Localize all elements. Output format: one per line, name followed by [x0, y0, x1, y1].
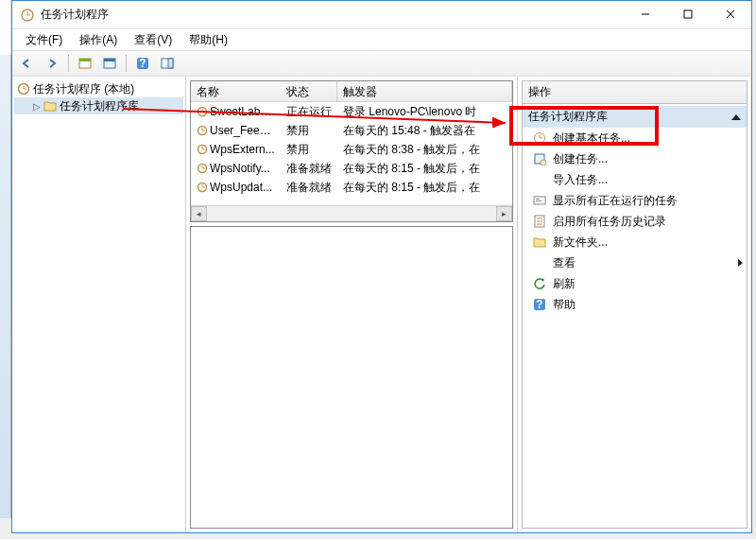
horizontal-scrollbar[interactable]: ◂ ▸ — [191, 205, 512, 221]
minimize-button[interactable] — [624, 1, 666, 27]
action-label: 启用所有任务历史记录 — [553, 214, 666, 230]
tree-library-label: 任务计划程序库 — [60, 98, 139, 114]
action-show-running[interactable]: 显示所有正在运行的任务 — [523, 190, 747, 211]
nav-forward-button[interactable] — [41, 53, 63, 74]
menu-view[interactable]: 查看(V) — [127, 30, 180, 50]
action-refresh[interactable]: 刷新 — [523, 273, 747, 294]
nav-back-button[interactable] — [16, 53, 39, 74]
list-header: 名称 状态 触发器 — [191, 81, 512, 102]
import-icon — [532, 172, 547, 187]
svg-point-37 — [541, 160, 546, 165]
task-list[interactable]: 名称 状态 触发器 SweetLabs ... 正在运行 登录 Lenovo-P… — [190, 80, 513, 222]
tree-root-label: 任务计划程序 (本地) — [33, 81, 134, 97]
action-new-folder[interactable]: 新文件夹... — [523, 232, 747, 252]
folder-icon — [43, 98, 58, 113]
action-label: 创建基本任务... — [553, 130, 630, 147]
middle-pane: 名称 状态 触发器 SweetLabs ... 正在运行 登录 Lenovo-P… — [186, 77, 517, 532]
action-help[interactable]: ? 帮助 — [523, 294, 747, 315]
list-body[interactable]: SweetLabs ... 正在运行 登录 Lenovo-PC\lenovo 时… — [191, 102, 512, 205]
table-row[interactable]: WpsExtern... 禁用 在每天的 8:38 - 触发后，在 — [191, 140, 512, 159]
action-label: 刷新 — [553, 276, 576, 292]
actions-section-header[interactable]: 任务计划程序库 — [523, 106, 747, 128]
task-details-pane — [190, 226, 513, 529]
menu-action[interactable]: 操作(A) — [72, 30, 125, 50]
folder-icon — [532, 235, 547, 250]
content-area: 任务计划程序 (本地) ▷ 任务计划程序库 名称 状态 触发器 SweetLab… — [12, 77, 751, 532]
tool-properties-button[interactable] — [98, 53, 121, 74]
tool-panel-button[interactable] — [156, 53, 179, 74]
close-button[interactable] — [709, 1, 751, 27]
svg-rect-40 — [536, 200, 541, 201]
tool-help-button[interactable]: ? — [131, 53, 154, 74]
navigation-tree[interactable]: 任务计划程序 (本地) ▷ 任务计划程序库 — [12, 77, 186, 532]
menubar: 文件(F) 操作(A) 查看(V) 帮助(H) — [12, 29, 751, 50]
app-icon — [20, 8, 35, 23]
svg-rect-10 — [104, 59, 115, 61]
action-label: 导入任务... — [553, 172, 608, 188]
table-row[interactable]: WpsUpdat... 准备就绪 在每天的 8:15 - 触发后，在 — [191, 178, 512, 197]
table-row[interactable]: SweetLabs ... 正在运行 登录 Lenovo-PC\lenovo 时 — [191, 102, 512, 121]
actions-section-label: 任务计划程序库 — [528, 109, 608, 125]
refresh-icon — [532, 276, 547, 291]
submenu-icon — [738, 259, 743, 267]
window-title: 任务计划程序 — [41, 7, 624, 23]
col-status[interactable]: 状态 — [281, 81, 337, 101]
action-label: 显示所有正在运行的任务 — [553, 193, 678, 209]
actions-title: 操作 — [522, 80, 747, 104]
svg-text:?: ? — [139, 57, 146, 70]
toolbar: ? — [12, 50, 751, 77]
svg-rect-39 — [536, 199, 540, 200]
menu-help[interactable]: 帮助(H) — [181, 30, 235, 50]
action-create-task[interactable]: 创建任务... — [523, 148, 747, 169]
actions-pane: 操作 任务计划程序库 创建基本任务... 创建任务... 导入任务... — [517, 77, 751, 532]
tree-root[interactable]: 任务计划程序 (本地) — [14, 80, 183, 97]
svg-rect-14 — [168, 59, 173, 68]
scroll-left-button[interactable]: ◂ — [191, 206, 207, 221]
scroll-right-button[interactable]: ▸ — [496, 206, 512, 221]
action-create-basic-task[interactable]: 创建基本任务... — [523, 128, 747, 148]
task-icon — [532, 151, 547, 166]
svg-rect-4 — [684, 10, 692, 18]
help-icon: ? — [532, 297, 547, 312]
menu-file[interactable]: 文件(F) — [18, 30, 70, 50]
col-name[interactable]: 名称 — [191, 81, 281, 101]
action-label: 查看 — [553, 255, 576, 271]
table-row[interactable]: WpsNotify... 准备就绪 在每天的 8:15 - 触发后，在 — [191, 159, 512, 178]
wizard-icon — [532, 130, 547, 146]
action-label: 创建任务... — [553, 151, 608, 167]
maximize-button[interactable] — [666, 1, 709, 27]
table-row[interactable]: User_Feed_... 禁用 在每天的 15:48 - 触发器在 — [191, 121, 512, 140]
svg-text:?: ? — [536, 298, 542, 311]
history-icon — [532, 214, 547, 229]
blank-icon — [532, 255, 547, 270]
action-enable-history[interactable]: 启用所有任务历史记录 — [523, 211, 747, 232]
tool-new-button[interactable] — [74, 53, 96, 74]
tree-library[interactable]: ▷ 任务计划程序库 — [14, 97, 183, 114]
running-icon — [532, 193, 547, 208]
action-label: 新文件夹... — [553, 235, 608, 251]
left-dock-strip — [0, 55, 11, 518]
titlebar: 任务计划程序 — [12, 1, 751, 29]
action-view[interactable]: 查看 — [523, 252, 747, 273]
svg-rect-8 — [79, 59, 91, 61]
action-label: 帮助 — [553, 297, 576, 313]
main-window: 任务计划程序 文件(F) 操作(A) 查看(V) 帮助(H) ? 任务计划程序 … — [11, 0, 752, 533]
action-import-task[interactable]: 导入任务... — [523, 169, 747, 190]
collapse-icon — [731, 114, 741, 120]
col-trigger[interactable]: 触发器 — [337, 81, 512, 101]
clock-icon — [16, 81, 31, 96]
tree-expand-icon[interactable]: ▷ — [31, 101, 43, 112]
